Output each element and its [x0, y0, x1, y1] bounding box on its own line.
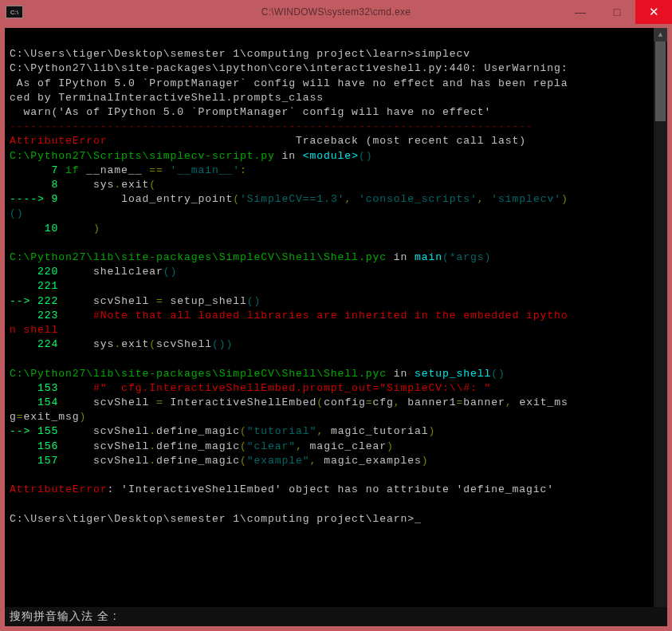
maximize-button[interactable]: □	[599, 0, 635, 24]
comment: #" cfg.InteractiveShellEmbed.prompt_out=…	[65, 382, 491, 394]
lineno: 224	[10, 338, 65, 350]
warn-line: ced by TerminalInteractiveShell.prompts_…	[10, 92, 324, 104]
typed-command: simplecv	[415, 48, 470, 60]
lineno: 221	[10, 280, 65, 292]
lineno: 223	[10, 310, 65, 321]
cmd-window: C:\ C:\WINDOWS\system32\cmd.exe — □ ✕ C:…	[0, 0, 672, 631]
tb-func: setup_shell	[415, 368, 491, 380]
lineno: 157	[10, 455, 65, 467]
arrow-lineno: --> 155	[10, 425, 58, 437]
cmd-icon[interactable]: C:\	[6, 6, 23, 18]
ime-status-bar[interactable]: 搜狗拼音输入法 全 :	[5, 607, 667, 626]
error-message: : 'InteractiveShellEmbed' object has no …	[108, 483, 554, 495]
lineno: 153	[10, 382, 65, 394]
scroll-up-icon[interactable]: ▲	[654, 28, 667, 41]
close-button[interactable]: ✕	[635, 0, 672, 24]
tb-file: C:\Python27\lib\site-packages\SimpleCV\S…	[10, 368, 387, 380]
terminal-output[interactable]: C:\Users\tiger\Desktop\semester 1\comput…	[5, 28, 667, 528]
lineno: 10	[10, 223, 65, 235]
traceback-separator: ----------------------------------------…	[10, 120, 533, 132]
lineno: 220	[10, 266, 65, 278]
lineno: 156	[10, 440, 65, 452]
cursor[interactable]: _	[415, 513, 422, 525]
terminal-client: C:\Users\tiger\Desktop\semester 1\comput…	[5, 28, 667, 626]
warn-line: warn('As of IPython 5.0 `PromptManager` …	[10, 106, 491, 118]
minimize-button[interactable]: —	[562, 0, 599, 24]
tb-file: C:\Python27\Scripts\simplecv-script.py	[10, 150, 275, 162]
error-name: AttributeError	[10, 135, 108, 147]
error-name: AttributeError	[10, 483, 108, 495]
lineno: 7	[10, 164, 65, 176]
lineno: 154	[10, 396, 65, 408]
ime-label: 搜狗拼音输入法 全 :	[10, 609, 117, 624]
traceback-label: Traceback (most recent call last)	[108, 135, 526, 147]
warn-line: C:\Python27\lib\site-packages\ipython\co…	[10, 62, 568, 74]
arrow-lineno: ----> 9	[10, 193, 58, 205]
tb-func: main	[415, 251, 442, 263]
tb-func: <module>	[303, 150, 359, 162]
scrollbar-thumb[interactable]	[655, 41, 666, 121]
titlebar[interactable]: C:\ C:\WINDOWS\system32\cmd.exe — □ ✕	[0, 0, 672, 24]
tb-file: C:\Python27\lib\site-packages\SimpleCV\S…	[10, 251, 387, 263]
window-buttons: — □ ✕	[562, 0, 672, 24]
warn-line: As of IPython 5.0 `PromptManager` config…	[10, 77, 568, 89]
comment: n shell	[10, 324, 58, 336]
arrow-lineno: --> 222	[10, 295, 58, 307]
lineno: 8	[10, 179, 65, 191]
prompt-path: C:\Users\tiger\Desktop\semester 1\comput…	[10, 48, 415, 60]
prompt-path: C:\Users\tiger\Desktop\semester 1\comput…	[10, 513, 415, 525]
comment: #Note that all loaded libraries are inhe…	[65, 310, 568, 321]
vertical-scrollbar[interactable]: ▲ ▼	[654, 28, 667, 626]
